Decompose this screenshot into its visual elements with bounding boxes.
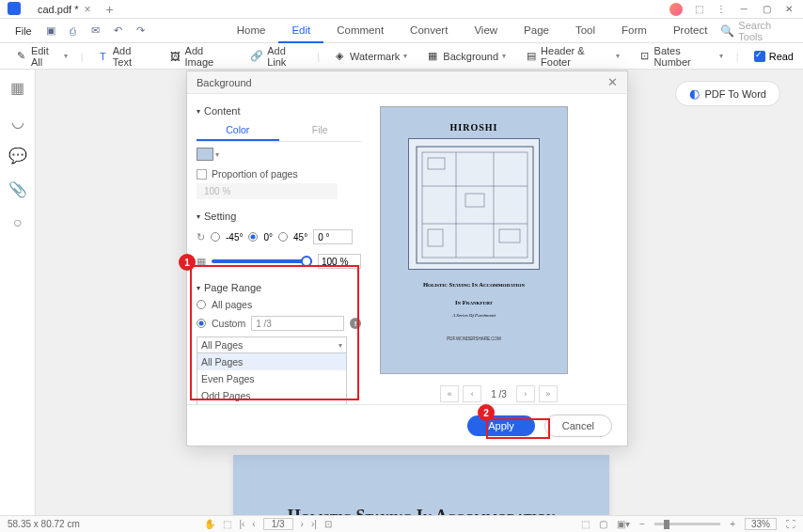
add-link-button[interactable]: 🔗 Add Link	[244, 41, 309, 71]
page-range-section-header[interactable]: ▾ Page Range	[197, 282, 361, 293]
search-tools[interactable]: 🔍 Search Tools	[720, 20, 788, 42]
page-number[interactable]: 1/3	[263, 518, 293, 530]
proportion-checkbox[interactable]	[197, 169, 207, 180]
caret-down-icon: ▾	[197, 212, 200, 221]
angle-0-radio[interactable]	[248, 232, 258, 242]
chevron-down-icon: ▾	[502, 52, 506, 60]
color-picker[interactable]	[197, 148, 213, 161]
hand-tool-icon[interactable]: ✋	[204, 519, 215, 529]
tab-edit[interactable]: Edit	[278, 19, 323, 43]
option-all-pages[interactable]: All Pages	[197, 353, 346, 370]
opacity-slider[interactable]	[212, 259, 312, 263]
document-tab[interactable]: cad.pdf * ×	[30, 1, 98, 18]
chevron-down-icon[interactable]: ▾	[215, 150, 219, 159]
undo-icon[interactable]: ↶	[111, 23, 126, 39]
caret-down-icon: ▾	[197, 107, 200, 116]
tab-form[interactable]: Form	[608, 19, 660, 43]
maximize-button[interactable]: ▢	[760, 3, 773, 16]
checkbox-icon	[754, 51, 765, 62]
pdf-to-word-button[interactable]: ◐ PDF To Word	[675, 81, 780, 106]
new-tab-button[interactable]: +	[105, 2, 113, 17]
tab-home[interactable]: Home	[224, 19, 279, 43]
attachment-icon[interactable]: 📎	[9, 180, 26, 197]
option-even-pages[interactable]: Even Pages	[197, 370, 346, 387]
option-odd-pages[interactable]: Odd Pages	[197, 387, 346, 404]
zoom-value[interactable]: 33%	[745, 518, 777, 530]
search-panel-icon[interactable]: ○	[9, 214, 26, 231]
add-text-button[interactable]: T Add Text	[91, 41, 156, 71]
save-icon[interactable]: ▣	[43, 23, 58, 39]
fit-page-icon[interactable]: ▢	[599, 519, 607, 529]
zoom-out-button[interactable]: −	[639, 519, 645, 529]
tab-protect[interactable]: Protect	[660, 19, 720, 43]
setting-section-header[interactable]: ▾ Setting	[197, 211, 361, 222]
notification-icon[interactable]: ⬚	[692, 3, 705, 16]
more-icon[interactable]: ⋮	[715, 3, 728, 16]
file-menu[interactable]: File	[8, 22, 39, 40]
opacity-input[interactable]: 100 %	[318, 254, 361, 269]
tab-comment[interactable]: Comment	[323, 19, 397, 43]
preview-title: HIROSHI	[396, 122, 552, 133]
thumbnail-icon[interactable]: ▦	[9, 79, 26, 96]
tab-tool[interactable]: Tool	[562, 19, 608, 43]
chevron-down-icon: ▾	[616, 52, 620, 60]
last-page-button[interactable]: »	[539, 385, 558, 402]
scroll-mode-icon[interactable]: ⊡	[324, 519, 332, 529]
print-icon[interactable]: ⎙	[66, 23, 81, 39]
angle-neg45-radio[interactable]	[211, 232, 220, 242]
tab-view[interactable]: View	[461, 19, 511, 43]
tab-page[interactable]: Page	[511, 19, 562, 43]
share-icon[interactable]: ✉	[88, 23, 103, 39]
add-image-button[interactable]: 🖼 Add Image	[163, 41, 237, 71]
first-page-button[interactable]: «	[440, 385, 459, 402]
next-icon[interactable]: ›	[301, 519, 304, 529]
color-tab[interactable]: Color	[197, 120, 279, 141]
slider-thumb[interactable]	[301, 256, 312, 267]
custom-radio[interactable]	[197, 319, 206, 328]
apply-button[interactable]: Apply	[467, 415, 535, 436]
floorplan-image	[408, 138, 540, 270]
zoom-slider[interactable]	[654, 523, 720, 525]
edit-icon: ✎	[15, 50, 27, 63]
page-dimensions: 58.35 x 80.72 cm	[8, 519, 80, 529]
info-icon[interactable]: !	[350, 318, 361, 329]
select-tool-icon[interactable]: ⬚	[223, 519, 231, 529]
annotation-badge-2: 2	[478, 404, 495, 421]
content-section-header[interactable]: ▾ Content	[197, 105, 361, 117]
minimize-button[interactable]: ─	[737, 3, 750, 16]
background-button[interactable]: ▦ Background ▾	[420, 46, 512, 67]
file-tab[interactable]: File	[279, 120, 362, 141]
dialog-title: Background	[197, 77, 252, 88]
cloud-sync-icon[interactable]	[669, 3, 683, 16]
prev-icon[interactable]: ‹	[252, 519, 255, 529]
redo-icon[interactable]: ↷	[134, 23, 149, 39]
cancel-button[interactable]: Cancel	[544, 415, 612, 437]
zoom-in-button[interactable]: +	[730, 519, 735, 529]
close-window-button[interactable]: ✕	[782, 3, 795, 16]
angle-input[interactable]: 0 °	[313, 229, 353, 244]
dialog-close-button[interactable]: ✕	[607, 75, 618, 89]
caret-down-icon: ▾	[197, 284, 200, 292]
angle-45-radio[interactable]	[278, 232, 288, 242]
prev-page-button[interactable]: ‹	[463, 385, 481, 402]
fullscreen-icon[interactable]: ⛶	[786, 519, 795, 529]
convert-icon: ◐	[689, 86, 700, 101]
tab-convert[interactable]: Convert	[397, 19, 461, 43]
read-toggle[interactable]: Read	[754, 51, 794, 62]
view-mode-icon[interactable]: ▣▾	[617, 519, 630, 529]
fit-width-icon[interactable]: ⬚	[581, 519, 590, 529]
custom-range-input[interactable]: 1 /3	[251, 316, 344, 331]
all-pages-radio[interactable]	[197, 300, 206, 309]
close-tab-icon[interactable]: ×	[84, 3, 90, 16]
comment-panel-icon[interactable]: 💬	[9, 147, 26, 164]
bates-number-button[interactable]: ⊡ Bates Number ▾	[633, 41, 729, 71]
next-page-button[interactable]: ›	[516, 385, 535, 402]
last-icon[interactable]: ›|	[311, 519, 317, 529]
watermark-button[interactable]: ◈ Watermark ▾	[327, 46, 413, 67]
background-icon: ▦	[426, 50, 439, 63]
first-icon[interactable]: |‹	[239, 519, 244, 529]
edit-all-button[interactable]: ✎ Edit All ▾	[9, 41, 73, 71]
page-filter-select[interactable]: All Pages ▾	[197, 336, 347, 353]
bookmark-icon[interactable]: ◡	[9, 113, 26, 130]
header-footer-button[interactable]: ▤ Header & Footer ▾	[519, 41, 625, 71]
